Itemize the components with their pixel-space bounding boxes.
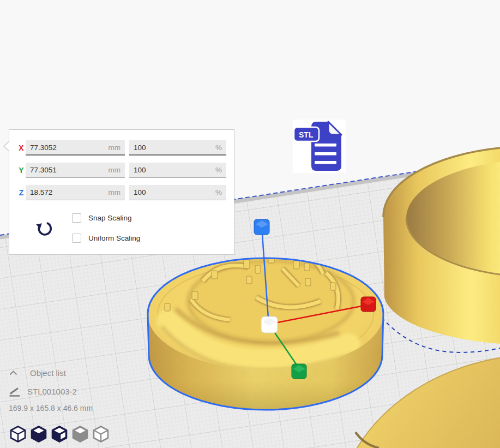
scale-y-mm-input[interactable]: 77.3051 mm [26,163,125,178]
stl-file-icon[interactable]: STL [293,120,346,173]
mesh-type-toolbar [10,425,109,443]
scale-y-mm-value: 77.3051 [30,166,57,174]
axis-y-label: Y [17,166,26,175]
gizmo-center-handle[interactable] [261,316,278,333]
cube-open-side-icon[interactable] [51,425,68,443]
scale-row-z: Z 18.572 mm 100 % [9,185,234,200]
reset-scale-button[interactable] [35,219,54,238]
object-list-item-name: STL001003-2 [27,387,77,396]
uniform-scaling-checkbox[interactable] [72,234,81,243]
gizmo-z-handle[interactable] [254,219,269,235]
scale-x-mm-value: 77.3052 [30,144,57,152]
cube-gray-wireframe-icon[interactable] [93,425,109,443]
axis-x-label: X [17,144,26,152]
cura-viewport: { "scale_panel": { "rows": [ {"axis":"X"… [0,0,500,448]
scale-y-percent-value: 100 [134,166,146,174]
axis-z-label: Z [17,188,26,197]
scale-y-percent-unit: % [215,166,222,174]
scale-z-mm-input[interactable]: 18.572 mm [26,185,125,200]
object-list-header[interactable]: Object list [9,367,150,379]
scale-x-percent-input[interactable]: 100 % [129,140,226,156]
pencil-icon [9,386,21,397]
scale-row-x: X 77.3052 mm 100 % [9,140,234,156]
cube-solid-top-open-icon[interactable] [31,425,47,443]
uniform-scaling-label: Uniform Scaling [88,234,140,242]
scale-x-percent-unit: % [215,144,222,152]
object-list-item[interactable]: STL001003-2 [9,385,150,397]
gizmo-y-handle[interactable] [292,364,306,379]
snap-scaling-label: Snap Scaling [88,214,132,222]
scale-z-percent-unit: % [215,188,222,196]
scale-y-mm-unit: mm [109,166,121,174]
object-list-panel: Object list STL001003-2 169.9 x 165.8 x … [9,367,150,413]
uniform-scaling-row: Uniform Scaling [72,234,140,243]
scale-tool-panel: X 77.3052 mm 100 % Y 77.3051 mm 100 % Z … [9,129,234,255]
scale-z-percent-input[interactable]: 100 % [129,185,226,200]
cube-gray-top-open-icon[interactable] [72,425,88,443]
scale-z-mm-unit: mm [109,188,121,196]
reset-rotate-ccw-icon [35,219,54,238]
stl-badge-label: STL [299,130,314,139]
model-dimensions: 169.9 x 165.8 x 46.6 mm [9,404,150,413]
snap-scaling-row: Snap Scaling [72,213,132,223]
scale-x-mm-input[interactable]: 77.3052 mm [26,140,125,156]
scale-y-percent-input[interactable]: 100 % [129,163,226,178]
scale-z-percent-value: 100 [134,188,146,196]
scale-z-mm-value: 18.572 [30,188,52,196]
cube-wireframe-icon[interactable] [10,425,26,443]
scale-x-percent-value: 100 [134,144,146,152]
chevron-up-icon [9,370,18,376]
scale-x-mm-unit: mm [109,144,121,152]
object-list-title: Object list [30,368,66,378]
scale-row-y: Y 77.3051 mm 100 % [9,163,234,178]
gizmo-x-handle[interactable] [361,297,376,312]
snap-scaling-checkbox[interactable] [72,213,81,223]
